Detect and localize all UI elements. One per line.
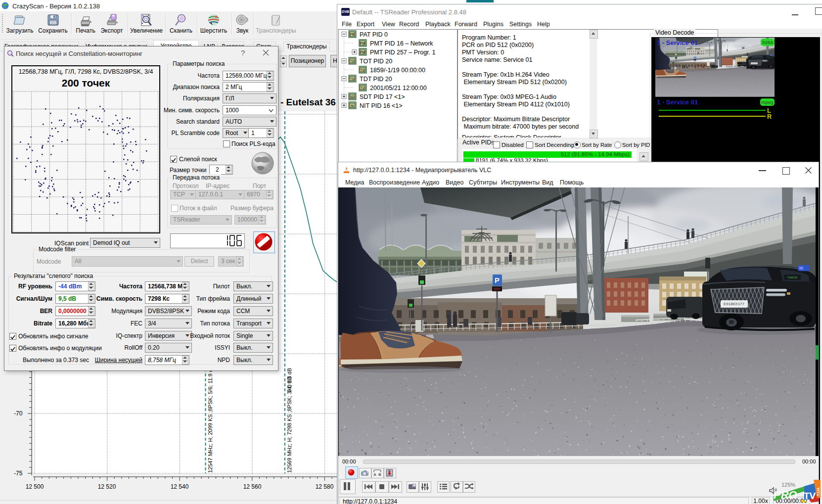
svg-text:PM: PM xyxy=(360,42,365,45)
svg-text:TV: TV xyxy=(804,491,816,501)
svg-text:PRO: PRO xyxy=(774,489,797,501)
svg-text:B: B xyxy=(378,472,381,477)
svg-text:TD: TD xyxy=(350,59,355,63)
svg-text:SD: SD xyxy=(350,95,354,98)
svg-text:PM: PM xyxy=(360,50,365,54)
svg-text:NI: NI xyxy=(351,104,354,107)
svg-text:PR: PR xyxy=(350,33,354,36)
svg-text:TD: TD xyxy=(350,77,355,81)
svg-text:TD: TD xyxy=(361,86,365,90)
svg-text:A: A xyxy=(373,472,376,477)
svg-text:T.UA: T.UA xyxy=(816,487,821,496)
svg-text:TD: TD xyxy=(361,68,365,72)
